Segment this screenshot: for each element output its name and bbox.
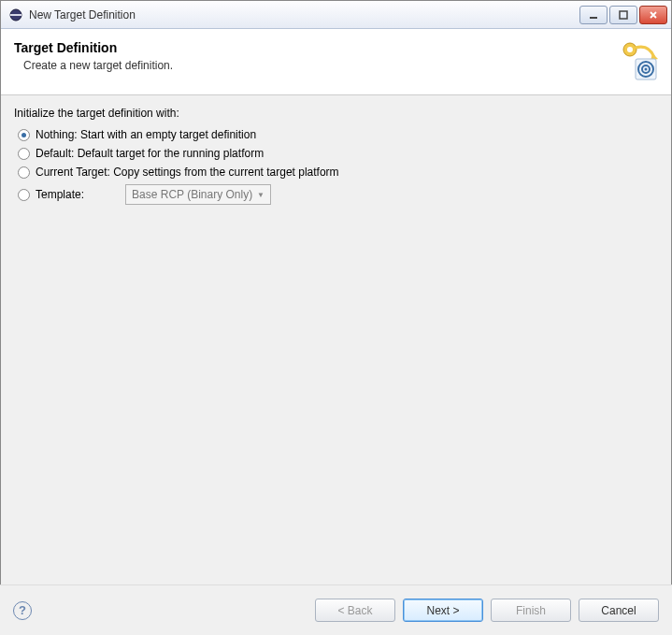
window-title: New Target Definition xyxy=(29,8,579,22)
wizard-header: Target Definition Create a new target de… xyxy=(1,29,671,95)
svg-rect-2 xyxy=(590,17,597,19)
radio-button[interactable] xyxy=(18,148,30,160)
radio-option-template[interactable]: Template: Base RCP (Binary Only) ▼ xyxy=(14,181,658,208)
help-icon[interactable]: ? xyxy=(13,601,32,620)
svg-rect-3 xyxy=(620,11,627,19)
radio-label: Template: xyxy=(36,188,84,201)
back-button[interactable]: < Back xyxy=(315,599,395,622)
svg-rect-1 xyxy=(10,14,21,16)
svg-point-10 xyxy=(645,68,648,71)
radio-option-default[interactable]: Default: Default target for the running … xyxy=(14,144,658,163)
app-icon xyxy=(8,7,23,22)
wizard-footer: ? < Back Next > Finish Cancel xyxy=(0,584,672,635)
titlebar: New Target Definition xyxy=(1,1,671,29)
radio-button[interactable] xyxy=(18,189,30,201)
radio-label: Default: Default target for the running … xyxy=(36,147,264,160)
wizard-content: Initialize the target definition with: N… xyxy=(1,95,671,604)
template-dropdown[interactable]: Base RCP (Binary Only) ▼ xyxy=(125,184,271,205)
chevron-down-icon: ▼ xyxy=(257,191,265,199)
dropdown-value: Base RCP (Binary Only) xyxy=(132,188,252,201)
target-icon xyxy=(617,40,658,81)
header-text: Target Definition Create a new target de… xyxy=(14,40,617,72)
button-row: < Back Next > Finish Cancel xyxy=(315,599,659,622)
finish-button[interactable]: Finish xyxy=(491,599,571,622)
cancel-button[interactable]: Cancel xyxy=(579,599,659,622)
svg-point-5 xyxy=(627,47,633,52)
radio-button[interactable] xyxy=(18,166,30,179)
radio-label: Current Target: Copy settings from the c… xyxy=(36,166,339,179)
init-prompt: Initialize the target definition with: xyxy=(14,107,658,120)
radio-option-current[interactable]: Current Target: Copy settings from the c… xyxy=(14,163,658,181)
radio-button[interactable] xyxy=(18,129,30,141)
close-button[interactable] xyxy=(639,6,667,24)
window-controls xyxy=(579,6,667,24)
minimize-button[interactable] xyxy=(579,6,608,24)
page-title: Target Definition xyxy=(14,40,617,55)
next-button[interactable]: Next > xyxy=(403,599,483,622)
radio-option-nothing[interactable]: Nothing: Start with an empty target defi… xyxy=(14,125,658,144)
page-description: Create a new target definition. xyxy=(14,59,617,72)
maximize-button[interactable] xyxy=(609,6,637,24)
radio-label: Nothing: Start with an empty target defi… xyxy=(36,128,256,141)
